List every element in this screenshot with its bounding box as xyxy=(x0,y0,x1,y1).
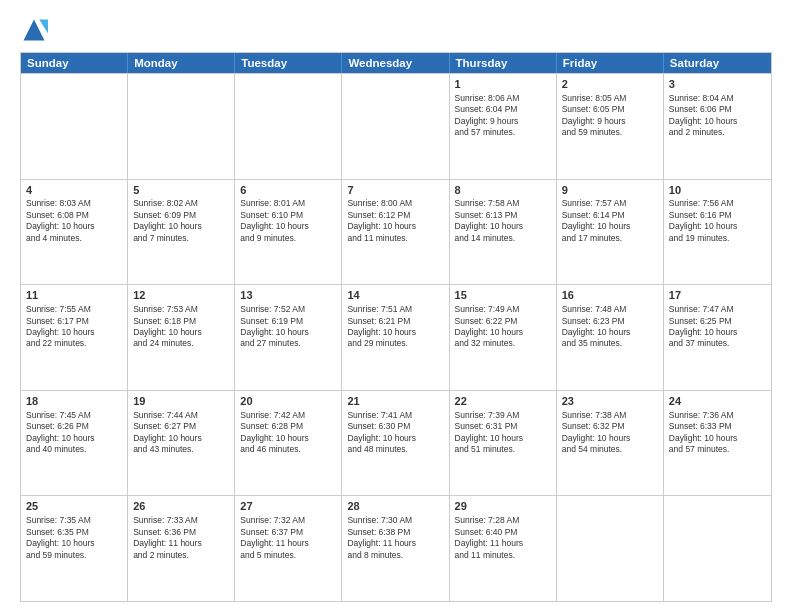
calendar-cell-16: 16Sunrise: 7:48 AM Sunset: 6:23 PM Dayli… xyxy=(557,285,664,390)
header-day-wednesday: Wednesday xyxy=(342,53,449,73)
day-number: 11 xyxy=(26,288,122,303)
day-number: 4 xyxy=(26,183,122,198)
calendar-cell-15: 15Sunrise: 7:49 AM Sunset: 6:22 PM Dayli… xyxy=(450,285,557,390)
day-info: Sunrise: 7:38 AM Sunset: 6:32 PM Dayligh… xyxy=(562,410,658,456)
page: SundayMondayTuesdayWednesdayThursdayFrid… xyxy=(0,0,792,612)
day-number: 23 xyxy=(562,394,658,409)
calendar: SundayMondayTuesdayWednesdayThursdayFrid… xyxy=(20,52,772,602)
day-number: 6 xyxy=(240,183,336,198)
day-info: Sunrise: 7:45 AM Sunset: 6:26 PM Dayligh… xyxy=(26,410,122,456)
calendar-cell-24: 24Sunrise: 7:36 AM Sunset: 6:33 PM Dayli… xyxy=(664,391,771,496)
day-number: 21 xyxy=(347,394,443,409)
calendar-week-2: 4Sunrise: 8:03 AM Sunset: 6:08 PM Daylig… xyxy=(21,179,771,285)
day-number: 20 xyxy=(240,394,336,409)
calendar-week-3: 11Sunrise: 7:55 AM Sunset: 6:17 PM Dayli… xyxy=(21,284,771,390)
day-info: Sunrise: 7:35 AM Sunset: 6:35 PM Dayligh… xyxy=(26,515,122,561)
header-day-thursday: Thursday xyxy=(450,53,557,73)
day-number: 25 xyxy=(26,499,122,514)
day-number: 27 xyxy=(240,499,336,514)
logo-icon xyxy=(20,16,48,44)
calendar-cell-4: 4Sunrise: 8:03 AM Sunset: 6:08 PM Daylig… xyxy=(21,180,128,285)
header-day-friday: Friday xyxy=(557,53,664,73)
day-info: Sunrise: 7:42 AM Sunset: 6:28 PM Dayligh… xyxy=(240,410,336,456)
calendar-header: SundayMondayTuesdayWednesdayThursdayFrid… xyxy=(21,53,771,73)
calendar-cell-empty-0-0 xyxy=(21,74,128,179)
calendar-cell-11: 11Sunrise: 7:55 AM Sunset: 6:17 PM Dayli… xyxy=(21,285,128,390)
day-info: Sunrise: 8:05 AM Sunset: 6:05 PM Dayligh… xyxy=(562,93,658,139)
day-info: Sunrise: 8:00 AM Sunset: 6:12 PM Dayligh… xyxy=(347,198,443,244)
calendar-cell-28: 28Sunrise: 7:30 AM Sunset: 6:38 PM Dayli… xyxy=(342,496,449,601)
calendar-cell-empty-4-5 xyxy=(557,496,664,601)
calendar-cell-empty-0-2 xyxy=(235,74,342,179)
calendar-week-1: 1Sunrise: 8:06 AM Sunset: 6:04 PM Daylig… xyxy=(21,73,771,179)
calendar-cell-12: 12Sunrise: 7:53 AM Sunset: 6:18 PM Dayli… xyxy=(128,285,235,390)
calendar-cell-empty-0-1 xyxy=(128,74,235,179)
header xyxy=(20,16,772,44)
day-info: Sunrise: 7:41 AM Sunset: 6:30 PM Dayligh… xyxy=(347,410,443,456)
calendar-cell-17: 17Sunrise: 7:47 AM Sunset: 6:25 PM Dayli… xyxy=(664,285,771,390)
day-info: Sunrise: 8:04 AM Sunset: 6:06 PM Dayligh… xyxy=(669,93,766,139)
day-info: Sunrise: 7:55 AM Sunset: 6:17 PM Dayligh… xyxy=(26,304,122,350)
day-info: Sunrise: 7:30 AM Sunset: 6:38 PM Dayligh… xyxy=(347,515,443,561)
calendar-cell-23: 23Sunrise: 7:38 AM Sunset: 6:32 PM Dayli… xyxy=(557,391,664,496)
day-info: Sunrise: 7:36 AM Sunset: 6:33 PM Dayligh… xyxy=(669,410,766,456)
day-info: Sunrise: 7:57 AM Sunset: 6:14 PM Dayligh… xyxy=(562,198,658,244)
header-day-saturday: Saturday xyxy=(664,53,771,73)
day-info: Sunrise: 7:47 AM Sunset: 6:25 PM Dayligh… xyxy=(669,304,766,350)
day-info: Sunrise: 8:02 AM Sunset: 6:09 PM Dayligh… xyxy=(133,198,229,244)
calendar-cell-22: 22Sunrise: 7:39 AM Sunset: 6:31 PM Dayli… xyxy=(450,391,557,496)
day-number: 17 xyxy=(669,288,766,303)
day-info: Sunrise: 8:01 AM Sunset: 6:10 PM Dayligh… xyxy=(240,198,336,244)
day-info: Sunrise: 7:56 AM Sunset: 6:16 PM Dayligh… xyxy=(669,198,766,244)
day-number: 19 xyxy=(133,394,229,409)
calendar-cell-3: 3Sunrise: 8:04 AM Sunset: 6:06 PM Daylig… xyxy=(664,74,771,179)
day-number: 15 xyxy=(455,288,551,303)
calendar-cell-9: 9Sunrise: 7:57 AM Sunset: 6:14 PM Daylig… xyxy=(557,180,664,285)
calendar-cell-2: 2Sunrise: 8:05 AM Sunset: 6:05 PM Daylig… xyxy=(557,74,664,179)
logo xyxy=(20,16,52,44)
header-day-sunday: Sunday xyxy=(21,53,128,73)
day-info: Sunrise: 7:39 AM Sunset: 6:31 PM Dayligh… xyxy=(455,410,551,456)
day-number: 3 xyxy=(669,77,766,92)
calendar-cell-27: 27Sunrise: 7:32 AM Sunset: 6:37 PM Dayli… xyxy=(235,496,342,601)
day-info: Sunrise: 7:32 AM Sunset: 6:37 PM Dayligh… xyxy=(240,515,336,561)
calendar-week-4: 18Sunrise: 7:45 AM Sunset: 6:26 PM Dayli… xyxy=(21,390,771,496)
day-number: 7 xyxy=(347,183,443,198)
calendar-cell-21: 21Sunrise: 7:41 AM Sunset: 6:30 PM Dayli… xyxy=(342,391,449,496)
day-number: 26 xyxy=(133,499,229,514)
day-info: Sunrise: 7:51 AM Sunset: 6:21 PM Dayligh… xyxy=(347,304,443,350)
calendar-cell-13: 13Sunrise: 7:52 AM Sunset: 6:19 PM Dayli… xyxy=(235,285,342,390)
day-number: 13 xyxy=(240,288,336,303)
calendar-week-5: 25Sunrise: 7:35 AM Sunset: 6:35 PM Dayli… xyxy=(21,495,771,601)
day-number: 22 xyxy=(455,394,551,409)
day-info: Sunrise: 7:58 AM Sunset: 6:13 PM Dayligh… xyxy=(455,198,551,244)
day-info: Sunrise: 7:48 AM Sunset: 6:23 PM Dayligh… xyxy=(562,304,658,350)
day-number: 1 xyxy=(455,77,551,92)
calendar-body: 1Sunrise: 8:06 AM Sunset: 6:04 PM Daylig… xyxy=(21,73,771,601)
day-info: Sunrise: 7:52 AM Sunset: 6:19 PM Dayligh… xyxy=(240,304,336,350)
day-number: 29 xyxy=(455,499,551,514)
calendar-cell-25: 25Sunrise: 7:35 AM Sunset: 6:35 PM Dayli… xyxy=(21,496,128,601)
calendar-cell-18: 18Sunrise: 7:45 AM Sunset: 6:26 PM Dayli… xyxy=(21,391,128,496)
day-info: Sunrise: 8:06 AM Sunset: 6:04 PM Dayligh… xyxy=(455,93,551,139)
calendar-cell-20: 20Sunrise: 7:42 AM Sunset: 6:28 PM Dayli… xyxy=(235,391,342,496)
svg-marker-1 xyxy=(39,20,48,34)
day-number: 12 xyxy=(133,288,229,303)
day-number: 14 xyxy=(347,288,443,303)
day-info: Sunrise: 8:03 AM Sunset: 6:08 PM Dayligh… xyxy=(26,198,122,244)
day-number: 16 xyxy=(562,288,658,303)
calendar-cell-26: 26Sunrise: 7:33 AM Sunset: 6:36 PM Dayli… xyxy=(128,496,235,601)
day-number: 24 xyxy=(669,394,766,409)
calendar-cell-empty-4-6 xyxy=(664,496,771,601)
day-info: Sunrise: 7:28 AM Sunset: 6:40 PM Dayligh… xyxy=(455,515,551,561)
calendar-cell-29: 29Sunrise: 7:28 AM Sunset: 6:40 PM Dayli… xyxy=(450,496,557,601)
day-number: 28 xyxy=(347,499,443,514)
calendar-cell-5: 5Sunrise: 8:02 AM Sunset: 6:09 PM Daylig… xyxy=(128,180,235,285)
day-number: 5 xyxy=(133,183,229,198)
day-number: 8 xyxy=(455,183,551,198)
day-info: Sunrise: 7:33 AM Sunset: 6:36 PM Dayligh… xyxy=(133,515,229,561)
calendar-cell-empty-0-3 xyxy=(342,74,449,179)
day-number: 18 xyxy=(26,394,122,409)
day-number: 2 xyxy=(562,77,658,92)
header-day-monday: Monday xyxy=(128,53,235,73)
